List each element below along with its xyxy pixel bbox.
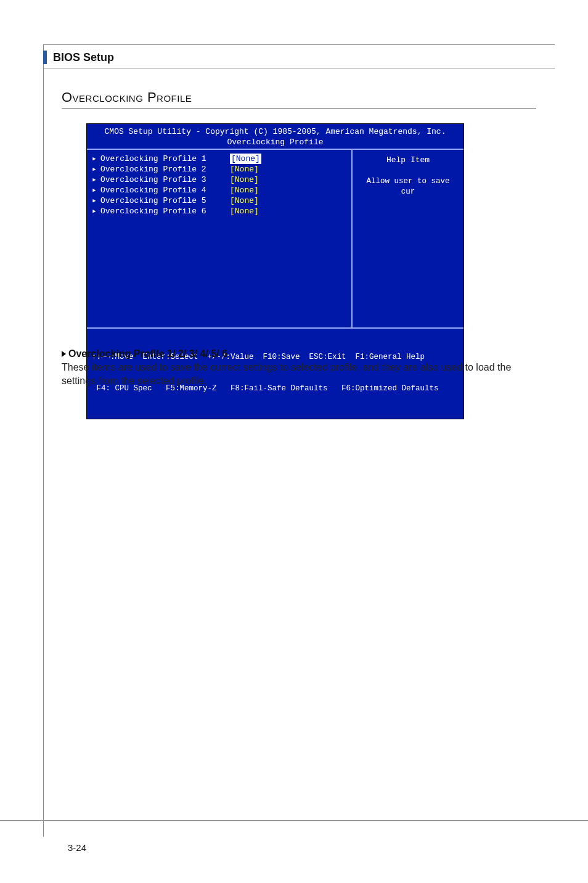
bios-subtitle: Overclocking Profile <box>87 137 463 147</box>
bios-item-label: Overclocking Profile 2 <box>100 164 230 175</box>
submenu-arrow-icon: ▸ <box>92 185 100 195</box>
bios-help-text: Allow user to save cur <box>357 176 459 197</box>
bios-menu-item[interactable]: ▸ Overclocking Profile 3 [None] <box>92 175 346 185</box>
bios-item-value: [None] <box>230 206 259 216</box>
bios-menu-item[interactable]: ▸ Overclocking Profile 4 [None] <box>92 185 346 195</box>
body-heading: Overclocking Profile 1/ 2/ 3/ 4/ 5/ 6 <box>62 348 536 359</box>
triangle-bullet-icon <box>62 351 66 357</box>
page-number: 3-24 <box>68 842 86 853</box>
bios-item-value: [None] <box>230 154 261 164</box>
bios-item-value: [None] <box>230 175 259 185</box>
bios-menu-item[interactable]: ▸ Overclocking Profile 2 [None] <box>92 164 346 175</box>
bios-item-label: Overclocking Profile 5 <box>100 195 230 206</box>
body-text: Overclocking Profile 1/ 2/ 3/ 4/ 5/ 6 Th… <box>62 348 536 388</box>
bios-help-pane: Help Item Allow user to save cur <box>353 150 463 327</box>
bios-menu-item[interactable]: ▸ Overclocking Profile 1 [None] <box>92 154 346 164</box>
bios-titlebar: CMOS Setup Utility - Copyright (C) 1985-… <box>87 124 463 150</box>
header-rule <box>43 68 555 68</box>
footer-rule <box>0 820 588 821</box>
submenu-arrow-icon: ▸ <box>92 195 100 206</box>
section-title: Overclocking Profile <box>62 89 192 105</box>
bios-item-label: Overclocking Profile 3 <box>100 175 230 185</box>
bios-item-label: Overclocking Profile 6 <box>100 206 230 216</box>
bios-body: ▸ Overclocking Profile 1 [None] ▸ Overcl… <box>87 150 463 329</box>
header-accent <box>43 51 47 64</box>
chapter-title: BIOS Setup <box>53 51 114 64</box>
bios-menu-item[interactable]: ▸ Overclocking Profile 6 [None] <box>92 206 346 216</box>
bios-item-value: [None] <box>230 195 259 206</box>
page: BIOS Setup Overclocking Profile CMOS Set… <box>0 0 588 883</box>
bios-item-value: [None] <box>230 185 259 195</box>
chapter-header: BIOS Setup <box>43 51 114 64</box>
body-heading-text: Overclocking Profile 1/ 2/ 3/ 4/ 5/ 6 <box>68 348 227 359</box>
bios-item-label: Overclocking Profile 4 <box>100 185 230 195</box>
bios-menu-item[interactable]: ▸ Overclocking Profile 5 [None] <box>92 195 346 206</box>
submenu-arrow-icon: ▸ <box>92 175 100 185</box>
submenu-arrow-icon: ▸ <box>92 154 100 164</box>
section-rule <box>62 108 536 109</box>
submenu-arrow-icon: ▸ <box>92 206 100 216</box>
bios-item-label: Overclocking Profile 1 <box>100 154 230 164</box>
body-paragraph: These items are used to save the currect… <box>62 361 536 388</box>
submenu-arrow-icon: ▸ <box>92 164 100 175</box>
bios-copyright: CMOS Setup Utility - Copyright (C) 1985-… <box>87 126 463 137</box>
bios-item-value: [None] <box>230 164 259 175</box>
bios-menu-list: ▸ Overclocking Profile 1 [None] ▸ Overcl… <box>87 150 353 327</box>
bios-help-title: Help Item <box>357 155 459 165</box>
